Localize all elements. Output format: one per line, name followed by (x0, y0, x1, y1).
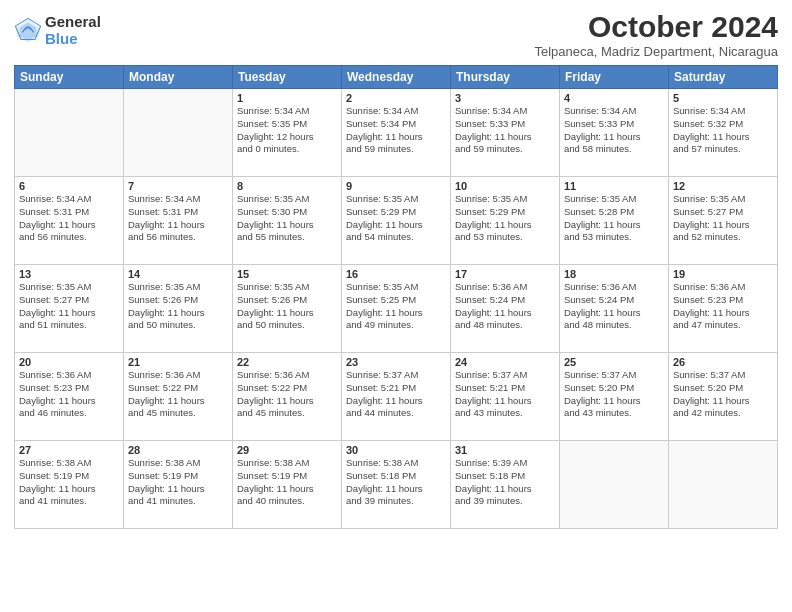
day-number: 10 (455, 180, 555, 192)
cell-line: Daylight: 11 hours (673, 395, 773, 408)
cell-line: Sunset: 5:31 PM (128, 206, 228, 219)
day-number: 29 (237, 444, 337, 456)
week-row-2: 13Sunrise: 5:35 AMSunset: 5:27 PMDayligh… (15, 265, 778, 353)
cell-line: Sunset: 5:22 PM (128, 382, 228, 395)
calendar-container: General Blue October 2024 Telpaneca, Mad… (0, 0, 792, 612)
cell-line: Sunset: 5:20 PM (673, 382, 773, 395)
cell-line: Sunrise: 5:38 AM (19, 457, 119, 470)
cell-line: Sunrise: 5:38 AM (128, 457, 228, 470)
cell-line: Sunrise: 5:38 AM (237, 457, 337, 470)
cell-line: Sunset: 5:33 PM (455, 118, 555, 131)
day-number: 30 (346, 444, 446, 456)
cell-line: Sunrise: 5:35 AM (128, 281, 228, 294)
title-block: October 2024 Telpaneca, Madriz Departmen… (534, 10, 778, 59)
cell-line: Sunset: 5:27 PM (19, 294, 119, 307)
cal-cell (15, 89, 124, 177)
cell-line: Sunrise: 5:34 AM (455, 105, 555, 118)
cell-line: Daylight: 11 hours (346, 131, 446, 144)
cell-line: and 56 minutes. (128, 231, 228, 244)
day-number: 31 (455, 444, 555, 456)
cell-line: Sunset: 5:34 PM (346, 118, 446, 131)
cell-line: Sunrise: 5:36 AM (237, 369, 337, 382)
month-title: October 2024 (534, 10, 778, 44)
cell-line: and 57 minutes. (673, 143, 773, 156)
cell-line: and 44 minutes. (346, 407, 446, 420)
cal-cell: 23Sunrise: 5:37 AMSunset: 5:21 PMDayligh… (342, 353, 451, 441)
day-number: 23 (346, 356, 446, 368)
cell-line: Sunrise: 5:34 AM (673, 105, 773, 118)
cell-line: Daylight: 11 hours (455, 307, 555, 320)
cell-line: and 58 minutes. (564, 143, 664, 156)
cal-cell: 17Sunrise: 5:36 AMSunset: 5:24 PMDayligh… (451, 265, 560, 353)
cal-cell: 16Sunrise: 5:35 AMSunset: 5:25 PMDayligh… (342, 265, 451, 353)
cell-line: Sunrise: 5:34 AM (19, 193, 119, 206)
cal-cell: 9Sunrise: 5:35 AMSunset: 5:29 PMDaylight… (342, 177, 451, 265)
cal-cell: 21Sunrise: 5:36 AMSunset: 5:22 PMDayligh… (124, 353, 233, 441)
cell-line: Daylight: 11 hours (564, 307, 664, 320)
cell-line: and 53 minutes. (564, 231, 664, 244)
day-number: 14 (128, 268, 228, 280)
cell-line: Sunrise: 5:34 AM (237, 105, 337, 118)
day-number: 19 (673, 268, 773, 280)
cell-line: Sunset: 5:29 PM (346, 206, 446, 219)
cal-cell (124, 89, 233, 177)
column-header-thursday: Thursday (451, 66, 560, 89)
cell-line: Sunset: 5:24 PM (455, 294, 555, 307)
cell-line: Daylight: 11 hours (19, 307, 119, 320)
cell-line: and 50 minutes. (128, 319, 228, 332)
cal-cell: 8Sunrise: 5:35 AMSunset: 5:30 PMDaylight… (233, 177, 342, 265)
cell-line: Sunrise: 5:39 AM (455, 457, 555, 470)
day-number: 6 (19, 180, 119, 192)
cal-cell: 31Sunrise: 5:39 AMSunset: 5:18 PMDayligh… (451, 441, 560, 529)
cell-line: and 43 minutes. (564, 407, 664, 420)
day-number: 24 (455, 356, 555, 368)
cell-line: Sunset: 5:30 PM (237, 206, 337, 219)
cal-cell: 26Sunrise: 5:37 AMSunset: 5:20 PMDayligh… (669, 353, 778, 441)
cell-line: and 41 minutes. (128, 495, 228, 508)
header: General Blue October 2024 Telpaneca, Mad… (14, 10, 778, 59)
cell-line: and 59 minutes. (455, 143, 555, 156)
day-number: 22 (237, 356, 337, 368)
cal-cell: 29Sunrise: 5:38 AMSunset: 5:19 PMDayligh… (233, 441, 342, 529)
cell-line: Sunset: 5:26 PM (128, 294, 228, 307)
day-number: 2 (346, 92, 446, 104)
cell-line: and 43 minutes. (455, 407, 555, 420)
cell-line: and 59 minutes. (346, 143, 446, 156)
cell-line: Daylight: 11 hours (346, 395, 446, 408)
cell-line: Daylight: 11 hours (455, 219, 555, 232)
cell-line: Daylight: 11 hours (237, 307, 337, 320)
cell-line: and 41 minutes. (19, 495, 119, 508)
day-number: 20 (19, 356, 119, 368)
day-number: 28 (128, 444, 228, 456)
cal-cell: 3Sunrise: 5:34 AMSunset: 5:33 PMDaylight… (451, 89, 560, 177)
cell-line: Sunrise: 5:35 AM (19, 281, 119, 294)
cal-cell: 10Sunrise: 5:35 AMSunset: 5:29 PMDayligh… (451, 177, 560, 265)
cell-line: Sunset: 5:23 PM (673, 294, 773, 307)
cell-line: Sunset: 5:18 PM (455, 470, 555, 483)
cell-line: Sunrise: 5:36 AM (455, 281, 555, 294)
logo: General Blue (14, 14, 101, 47)
cell-line: Sunrise: 5:37 AM (346, 369, 446, 382)
cell-line: Sunrise: 5:35 AM (346, 193, 446, 206)
cal-cell: 27Sunrise: 5:38 AMSunset: 5:19 PMDayligh… (15, 441, 124, 529)
subtitle: Telpaneca, Madriz Department, Nicaragua (534, 44, 778, 59)
cell-line: and 56 minutes. (19, 231, 119, 244)
cal-cell: 19Sunrise: 5:36 AMSunset: 5:23 PMDayligh… (669, 265, 778, 353)
cell-line: Sunrise: 5:35 AM (237, 281, 337, 294)
cell-line: Daylight: 11 hours (455, 395, 555, 408)
day-number: 27 (19, 444, 119, 456)
week-row-1: 6Sunrise: 5:34 AMSunset: 5:31 PMDaylight… (15, 177, 778, 265)
cell-line: and 48 minutes. (564, 319, 664, 332)
cell-line: Sunset: 5:25 PM (346, 294, 446, 307)
column-header-friday: Friday (560, 66, 669, 89)
cal-cell: 11Sunrise: 5:35 AMSunset: 5:28 PMDayligh… (560, 177, 669, 265)
cell-line: Sunset: 5:21 PM (455, 382, 555, 395)
cell-line: Daylight: 11 hours (346, 219, 446, 232)
cell-line: Sunset: 5:23 PM (19, 382, 119, 395)
cell-line: Sunset: 5:33 PM (564, 118, 664, 131)
cell-line: Sunset: 5:35 PM (237, 118, 337, 131)
column-header-monday: Monday (124, 66, 233, 89)
cal-cell: 15Sunrise: 5:35 AMSunset: 5:26 PMDayligh… (233, 265, 342, 353)
cell-line: Sunset: 5:24 PM (564, 294, 664, 307)
day-number: 9 (346, 180, 446, 192)
